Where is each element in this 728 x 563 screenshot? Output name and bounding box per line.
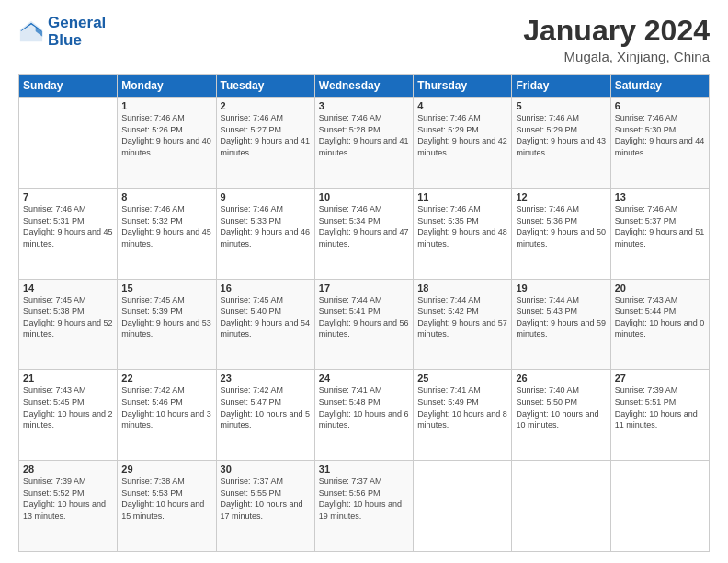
day-cell: 7Sunrise: 7:46 AMSunset: 5:31 PMDaylight…: [19, 188, 118, 279]
day-number: 24: [319, 373, 409, 384]
title-block: January 2024 Mugala, Xinjiang, China: [523, 15, 710, 64]
day-detail: Sunrise: 7:38 AMSunset: 5:53 PMDaylight:…: [121, 476, 211, 522]
day-detail: Sunrise: 7:46 AMSunset: 5:36 PMDaylight:…: [516, 203, 606, 249]
day-number: 6: [615, 100, 705, 111]
day-number: 29: [121, 464, 211, 475]
col-header-saturday: Saturday: [610, 75, 709, 98]
day-detail: Sunrise: 7:44 AMSunset: 5:43 PMDaylight:…: [516, 294, 606, 340]
day-detail: Sunrise: 7:46 AMSunset: 5:37 PMDaylight:…: [615, 203, 705, 249]
day-detail: Sunrise: 7:43 AMSunset: 5:44 PMDaylight:…: [615, 294, 705, 340]
week-row-1: 1Sunrise: 7:46 AMSunset: 5:26 PMDaylight…: [19, 98, 710, 189]
day-cell: 20Sunrise: 7:43 AMSunset: 5:44 PMDayligh…: [610, 279, 709, 370]
day-number: 2: [221, 100, 311, 111]
day-number: 10: [319, 191, 409, 202]
week-row-3: 14Sunrise: 7:45 AMSunset: 5:38 PMDayligh…: [19, 279, 710, 370]
day-cell: 30Sunrise: 7:37 AMSunset: 5:55 PMDayligh…: [216, 461, 314, 552]
day-detail: Sunrise: 7:46 AMSunset: 5:34 PMDaylight:…: [319, 203, 409, 249]
day-detail: Sunrise: 7:37 AMSunset: 5:56 PMDaylight:…: [319, 476, 409, 522]
day-cell: 21Sunrise: 7:43 AMSunset: 5:45 PMDayligh…: [19, 370, 118, 461]
day-cell: 29Sunrise: 7:38 AMSunset: 5:53 PMDayligh…: [118, 461, 216, 552]
day-cell: 13Sunrise: 7:46 AMSunset: 5:37 PMDayligh…: [610, 188, 709, 279]
day-number: 3: [319, 100, 409, 111]
col-header-sunday: Sunday: [19, 75, 118, 98]
day-detail: Sunrise: 7:43 AMSunset: 5:45 PMDaylight:…: [23, 385, 113, 431]
day-cell: 16Sunrise: 7:45 AMSunset: 5:40 PMDayligh…: [216, 279, 314, 370]
day-detail: Sunrise: 7:46 AMSunset: 5:33 PMDaylight:…: [221, 203, 311, 249]
day-number: 22: [121, 373, 211, 384]
day-cell: 14Sunrise: 7:45 AMSunset: 5:38 PMDayligh…: [19, 279, 118, 370]
day-detail: Sunrise: 7:42 AMSunset: 5:46 PMDaylight:…: [121, 385, 211, 431]
day-number: 14: [23, 282, 113, 293]
day-number: 19: [516, 282, 606, 293]
day-number: 23: [221, 373, 311, 384]
day-number: 12: [516, 191, 606, 202]
subtitle: Mugala, Xinjiang, China: [523, 49, 710, 64]
day-detail: Sunrise: 7:46 AMSunset: 5:30 PMDaylight:…: [615, 112, 705, 158]
day-number: 1: [121, 100, 211, 111]
day-cell: 11Sunrise: 7:46 AMSunset: 5:35 PMDayligh…: [414, 188, 512, 279]
day-detail: Sunrise: 7:46 AMSunset: 5:35 PMDaylight:…: [417, 203, 507, 249]
day-detail: Sunrise: 7:46 AMSunset: 5:29 PMDaylight:…: [516, 112, 606, 158]
day-cell: 10Sunrise: 7:46 AMSunset: 5:34 PMDayligh…: [314, 188, 413, 279]
day-cell: 28Sunrise: 7:39 AMSunset: 5:52 PMDayligh…: [19, 461, 118, 552]
day-detail: Sunrise: 7:42 AMSunset: 5:47 PMDaylight:…: [221, 385, 311, 431]
day-detail: Sunrise: 7:46 AMSunset: 5:28 PMDaylight:…: [319, 112, 409, 158]
calendar-page: General Blue January 2024 Mugala, Xinjia…: [0, 0, 728, 563]
day-number: 18: [417, 282, 507, 293]
logo: General Blue: [18, 15, 106, 49]
day-cell: 25Sunrise: 7:41 AMSunset: 5:49 PMDayligh…: [414, 370, 512, 461]
day-cell: 19Sunrise: 7:44 AMSunset: 5:43 PMDayligh…: [512, 279, 610, 370]
day-detail: Sunrise: 7:45 AMSunset: 5:38 PMDaylight:…: [23, 294, 113, 340]
day-detail: Sunrise: 7:41 AMSunset: 5:49 PMDaylight:…: [417, 385, 507, 431]
col-header-wednesday: Wednesday: [314, 75, 413, 98]
day-detail: Sunrise: 7:37 AMSunset: 5:55 PMDaylight:…: [221, 476, 311, 522]
logo-text: General Blue: [48, 15, 106, 49]
day-cell: 26Sunrise: 7:40 AMSunset: 5:50 PMDayligh…: [512, 370, 610, 461]
day-cell: 5Sunrise: 7:46 AMSunset: 5:29 PMDaylight…: [512, 98, 610, 189]
day-cell: 24Sunrise: 7:41 AMSunset: 5:48 PMDayligh…: [314, 370, 413, 461]
day-number: 20: [615, 282, 705, 293]
day-cell: 9Sunrise: 7:46 AMSunset: 5:33 PMDaylight…: [216, 188, 314, 279]
day-cell: 12Sunrise: 7:46 AMSunset: 5:36 PMDayligh…: [512, 188, 610, 279]
day-cell: 23Sunrise: 7:42 AMSunset: 5:47 PMDayligh…: [216, 370, 314, 461]
day-number: 7: [23, 191, 113, 202]
day-number: 4: [417, 100, 507, 111]
day-detail: Sunrise: 7:46 AMSunset: 5:26 PMDaylight:…: [121, 112, 211, 158]
day-number: 11: [417, 191, 507, 202]
day-number: 13: [615, 191, 705, 202]
day-number: 26: [516, 373, 606, 384]
week-row-5: 28Sunrise: 7:39 AMSunset: 5:52 PMDayligh…: [19, 461, 710, 552]
day-detail: Sunrise: 7:44 AMSunset: 5:41 PMDaylight:…: [319, 294, 409, 340]
week-row-4: 21Sunrise: 7:43 AMSunset: 5:45 PMDayligh…: [19, 370, 710, 461]
day-number: 5: [516, 100, 606, 111]
day-cell: 8Sunrise: 7:46 AMSunset: 5:32 PMDaylight…: [118, 188, 216, 279]
header-row: SundayMondayTuesdayWednesdayThursdayFrid…: [19, 75, 710, 98]
day-detail: Sunrise: 7:45 AMSunset: 5:39 PMDaylight:…: [121, 294, 211, 340]
day-cell: 15Sunrise: 7:45 AMSunset: 5:39 PMDayligh…: [118, 279, 216, 370]
day-detail: Sunrise: 7:40 AMSunset: 5:50 PMDaylight:…: [516, 385, 606, 431]
col-header-thursday: Thursday: [414, 75, 512, 98]
day-cell: 2Sunrise: 7:46 AMSunset: 5:27 PMDaylight…: [216, 98, 314, 189]
main-title: January 2024: [523, 15, 710, 47]
day-cell: 3Sunrise: 7:46 AMSunset: 5:28 PMDaylight…: [314, 98, 413, 189]
day-detail: Sunrise: 7:46 AMSunset: 5:29 PMDaylight:…: [417, 112, 507, 158]
day-cell: [414, 461, 512, 552]
day-number: 21: [23, 373, 113, 384]
day-detail: Sunrise: 7:44 AMSunset: 5:42 PMDaylight:…: [417, 294, 507, 340]
day-number: 16: [221, 282, 311, 293]
day-cell: 1Sunrise: 7:46 AMSunset: 5:26 PMDaylight…: [118, 98, 216, 189]
day-number: 31: [319, 464, 409, 475]
day-cell: 17Sunrise: 7:44 AMSunset: 5:41 PMDayligh…: [314, 279, 413, 370]
col-header-friday: Friday: [512, 75, 610, 98]
day-cell: 4Sunrise: 7:46 AMSunset: 5:29 PMDaylight…: [414, 98, 512, 189]
day-number: 15: [121, 282, 211, 293]
day-number: 25: [417, 373, 507, 384]
day-cell: [610, 461, 709, 552]
day-cell: [19, 98, 118, 189]
col-header-monday: Monday: [118, 75, 216, 98]
day-number: 8: [121, 191, 211, 202]
day-detail: Sunrise: 7:46 AMSunset: 5:31 PMDaylight:…: [23, 203, 113, 249]
col-header-tuesday: Tuesday: [216, 75, 314, 98]
header: General Blue January 2024 Mugala, Xinjia…: [18, 15, 710, 64]
day-detail: Sunrise: 7:46 AMSunset: 5:32 PMDaylight:…: [121, 203, 211, 249]
